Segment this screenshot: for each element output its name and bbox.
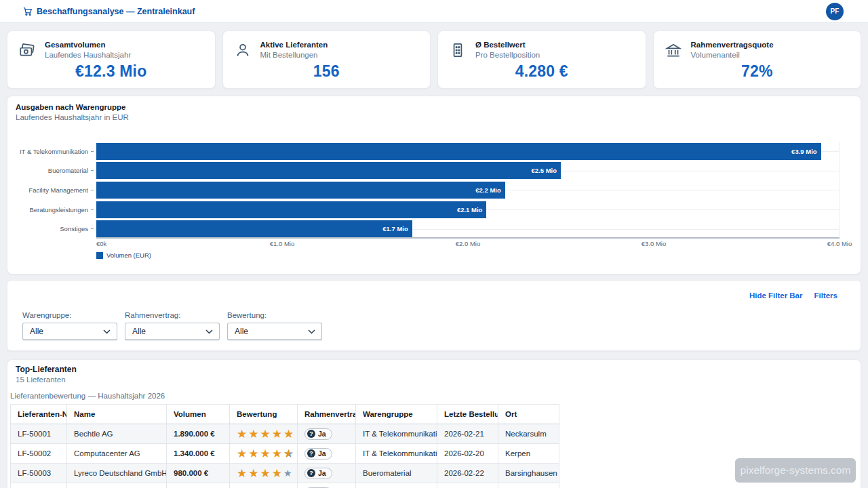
star-full-icon: ★ xyxy=(237,428,248,440)
cell-ort: Kerpen xyxy=(498,444,559,464)
column-header: Warengruppe xyxy=(356,405,437,424)
filter-select[interactable]: Alle xyxy=(22,323,117,340)
banknotes-icon xyxy=(18,41,36,59)
rahmenvertrag-badge: ?Ja xyxy=(304,428,332,440)
page-title: Beschaffungsanalyse — Zentraleinkauf xyxy=(23,7,195,16)
cell-bewertung: ★★★★★★ xyxy=(230,483,298,488)
cell-name: Lyreco Deutschland GmbH xyxy=(67,464,167,483)
cell-ort: Barsinghausen xyxy=(498,464,559,483)
kpi-value: 72% xyxy=(665,62,850,81)
watermark: pixelforge-systems.com xyxy=(735,458,856,483)
kpi-title: Ø Bestellwert xyxy=(475,41,540,49)
cell-warengruppe: Bueromaterial xyxy=(356,464,437,483)
kpi-subtitle: Mit Bestellungen xyxy=(260,51,328,59)
x-axis-tick-label: €0k xyxy=(96,240,106,247)
chart-bar[interactable]: €1.7 Mio xyxy=(96,220,412,237)
table-title: Top-Lieferanten xyxy=(16,365,858,374)
kpi-card-rahmenvertragsquote[interactable]: Rahmenvertragsquote Volumenanteil 72% xyxy=(653,30,862,89)
axis-tick-dash xyxy=(91,209,94,210)
star-full-icon: ★ xyxy=(248,468,260,479)
star-rating: ★★★★★★ xyxy=(237,448,295,460)
chart-bar-row: Beratungsleistungen €2.1 Mio xyxy=(7,200,862,220)
filters-link[interactable]: Filters xyxy=(814,291,837,300)
filter-field: Warengruppe: Alle xyxy=(22,311,117,340)
cell-letzte-bestellung: 2026-02-20 xyxy=(437,444,498,464)
star-full-icon: ★ xyxy=(260,448,272,460)
chart-category-label: Facility Management xyxy=(7,186,88,194)
axis-tick-dash xyxy=(91,151,94,152)
chart-category-label: Sonstiges xyxy=(7,225,88,232)
cell-rahmenvertrag: ?Ja xyxy=(298,483,356,488)
cell-volumen xyxy=(167,483,230,488)
column-header: Volumen xyxy=(167,405,230,424)
column-header: Ort xyxy=(498,405,559,424)
x-axis: €0k €1.0 Mio €2.0 Mio €3.0 Mio €4.0 Mio xyxy=(96,240,840,249)
kpi-card-bestellwert[interactable]: Ø Bestellwert Pro Bestellposition 4.280 … xyxy=(437,30,646,89)
kpi-subtitle: Volumenanteil xyxy=(691,51,774,59)
chevron-down-icon xyxy=(205,329,213,334)
kpi-card-gesamtvolumen[interactable]: Gesamtvolumen Laufendes Haushaltsjahr €1… xyxy=(7,30,216,89)
chart-bar-row: Facility Management €2.2 Mio xyxy=(7,180,862,200)
cell-rahmenvertrag: ?Ja xyxy=(298,444,356,464)
cell-warengruppe xyxy=(356,483,437,488)
chart-bar[interactable]: €3.9 Mio xyxy=(96,143,821,160)
hide-filter-bar-link[interactable]: Hide Filter Bar xyxy=(749,291,803,300)
kpi-subtitle: Laufendes Haushaltsjahr xyxy=(45,51,131,59)
kpi-row: Gesamtvolumen Laufendes Haushaltsjahr €1… xyxy=(7,30,861,89)
cell-rahmenvertrag: ?Ja xyxy=(298,424,356,444)
kpi-title: Rahmenvertragsquote xyxy=(691,41,774,49)
table-row[interactable]: LF-50003 Lyreco Deutschland GmbH 980.000… xyxy=(11,464,559,483)
filter-field: Bewertung: Alle xyxy=(227,311,322,340)
badge-label: Ja xyxy=(318,430,326,438)
filter-bar: Hide Filter Bar Filters Warengruppe: All… xyxy=(7,280,861,351)
kpi-title: Aktive Lieferanten xyxy=(260,41,328,49)
axis-tick-dash xyxy=(91,170,94,171)
filter-label: Bewertung: xyxy=(227,311,322,319)
cell-name xyxy=(67,483,167,488)
user-avatar[interactable]: PF xyxy=(826,3,844,20)
cell-warengruppe: IT & Telekommunikation xyxy=(356,424,437,444)
filter-select[interactable]: Alle xyxy=(227,323,322,340)
cell-rahmenvertrag: ?Ja xyxy=(298,464,356,483)
x-axis-tick-label: €3.0 Mio xyxy=(642,240,666,247)
column-header: Name xyxy=(67,405,167,424)
cell-volumen: 1.340.000 € xyxy=(167,444,230,464)
table-row[interactable]: ★★★★★★ ?Ja xyxy=(11,483,559,488)
cell-letzte-bestellung: 2026-02-21 xyxy=(437,424,498,444)
table-row[interactable]: LF-50002 Computacenter AG 1.340.000 € ★★… xyxy=(11,444,559,464)
chart-bar[interactable]: €2.2 Mio xyxy=(96,182,505,199)
axis-tick-dash xyxy=(91,190,94,190)
kpi-value: €12.3 Mio xyxy=(18,62,204,81)
chevron-down-icon xyxy=(103,329,111,334)
star-full-icon: ★ xyxy=(272,468,283,479)
filter-label: Warengruppe: xyxy=(22,311,117,319)
star-rating: ★★★★★ xyxy=(237,468,294,479)
star-full-icon: ★ xyxy=(272,448,283,460)
cell-volumen: 1.890.000 € xyxy=(167,424,230,444)
star-full-icon: ★ xyxy=(248,428,260,440)
column-header: Bewertung xyxy=(230,405,298,424)
rahmenvertrag-badge: ?Ja xyxy=(304,468,332,479)
chevron-down-icon xyxy=(308,329,315,334)
table-row[interactable]: LF-50001 Bechtle AG 1.890.000 € ★★★★★ ?J… xyxy=(11,424,559,444)
star-full-icon: ★ xyxy=(260,468,272,479)
star-full-icon: ★ xyxy=(248,448,260,460)
star-full-icon: ★ xyxy=(237,468,248,479)
chart-bar[interactable]: €2.5 Mio xyxy=(96,162,561,179)
kpi-card-aktive-lieferanten[interactable]: Aktive Lieferanten Mit Bestellungen 156 xyxy=(222,30,431,89)
column-header: Rahmenvertrag xyxy=(298,405,356,424)
chart-bar-row: Bueromaterial €2.5 Mio xyxy=(7,161,862,181)
chart-category-label: Beratungsleistungen xyxy=(7,206,88,214)
filter-selected-value: Alle xyxy=(235,327,308,336)
filter-selected-value: Alle xyxy=(30,327,103,336)
filter-select[interactable]: Alle xyxy=(125,323,220,340)
table-header-row: Lieferanten-Nr.NameVolumenBewertungRahme… xyxy=(11,405,559,424)
chart-legend[interactable]: Volumen (EUR) xyxy=(96,251,151,259)
filter-selected-value: Alle xyxy=(132,327,205,336)
chart-bar-value-label: €1.7 Mio xyxy=(382,225,412,232)
filter-fields: Warengruppe: Alle Rahmenvertrag: Alle Be… xyxy=(22,311,322,340)
star-half-icon: ★★ xyxy=(283,448,295,460)
chart-bar[interactable]: €2.1 Mio xyxy=(96,201,486,218)
legend-swatch xyxy=(96,252,103,259)
building-icon xyxy=(449,41,467,59)
